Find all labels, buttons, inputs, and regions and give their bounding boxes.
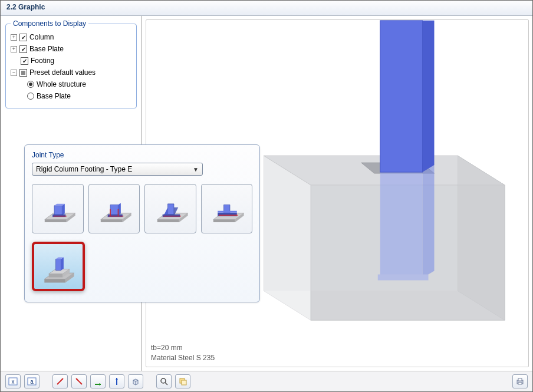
expander-icon[interactable]: + (11, 46, 17, 52)
left-panel: Components to Display + Column + Base Pl… (1, 16, 142, 371)
checkbox-column[interactable] (19, 34, 27, 41)
svg-rect-73 (518, 378, 522, 381)
main-area: Components to Display + Column + Base Pl… (1, 16, 532, 371)
svg-rect-30 (218, 211, 237, 213)
svg-rect-49 (378, 275, 429, 281)
checkbox-base-plate[interactable] (19, 45, 27, 53)
svg-marker-20 (167, 204, 173, 215)
svg-text:a: a (30, 378, 34, 385)
svg-marker-39 (61, 257, 63, 270)
svg-marker-3 (54, 206, 62, 215)
toolbar-view-y[interactable] (90, 374, 106, 388)
svg-text:x: x (12, 378, 15, 385)
svg-marker-9 (101, 220, 123, 222)
components-fieldset: Components to Display + Column + Base Pl… (5, 19, 137, 108)
tree-item-base-plate-radio: Base Plate (11, 90, 131, 102)
svg-rect-71 (182, 380, 186, 385)
joint-option-type-c[interactable] (144, 184, 196, 233)
svg-point-68 (161, 378, 166, 383)
svg-marker-38 (56, 259, 61, 270)
status-line-1: tb=20 mm (151, 343, 215, 353)
tree-item-whole-structure: Whole structure (11, 78, 131, 90)
joint-type-select[interactable]: Rigid Column Footing - Type E ▼ (32, 163, 203, 176)
svg-rect-23 (162, 215, 180, 217)
svg-marker-26 (213, 220, 235, 222)
tree-label: Base Plate (29, 45, 64, 53)
checkbox-preset[interactable] (19, 69, 27, 77)
toolbar-show-values-x[interactable]: x (5, 374, 21, 388)
toolbar-zoom-search[interactable] (156, 374, 172, 388)
joint-type-panel: Joint Type Rigid Column Footing - Type E… (24, 144, 260, 302)
svg-marker-63 (116, 378, 118, 380)
tree-label: Base Plate (37, 92, 71, 100)
tree-label: Footing (31, 57, 54, 65)
joint-type-title: Joint Type (32, 151, 252, 159)
checkbox-footing[interactable] (21, 57, 28, 65)
joint-thumbnails-row-2 (32, 242, 252, 291)
collapse-icon[interactable]: − (11, 70, 17, 76)
toolbar-print[interactable] (512, 374, 528, 388)
toolbar-view-z[interactable] (109, 374, 124, 388)
toolbar-show-values-a[interactable]: a (24, 374, 40, 388)
tree-label: Preset default values (29, 68, 96, 77)
svg-marker-18 (157, 220, 179, 222)
svg-marker-4 (62, 204, 64, 215)
tree-label: Column (29, 33, 54, 41)
chevron-down-icon: ▼ (193, 166, 199, 173)
joint-type-selected-label: Rigid Column Footing - Type E (36, 165, 132, 173)
svg-marker-33 (44, 279, 65, 282)
svg-rect-47 (380, 172, 423, 278)
joint-thumbnails-row-1 (32, 184, 252, 233)
tree-item-base-plate: + Base Plate (11, 43, 131, 55)
svg-marker-43 (458, 156, 505, 320)
viewport-status-text: tb=20 mm Material Steel S 235 (151, 343, 215, 363)
tree-item-preset: − Preset default values (11, 67, 131, 78)
svg-rect-6 (52, 215, 65, 217)
radio-base-plate[interactable] (27, 93, 34, 100)
radio-whole-structure[interactable] (27, 81, 34, 88)
toolbar-isometric[interactable] (128, 374, 143, 388)
tree-item-footing: Footing (11, 55, 131, 67)
window-title: 2.2 Graphic (1, 1, 532, 16)
expander-icon[interactable]: + (11, 34, 17, 41)
components-legend: Components to Display (11, 19, 88, 28)
toolbar-view-neg-x[interactable] (71, 374, 87, 388)
toolbar-copy-graphic[interactable] (175, 374, 190, 388)
svg-marker-36 (49, 274, 63, 278)
svg-marker-51 (423, 21, 435, 172)
status-line-2: Material Steel S 235 (151, 353, 215, 363)
svg-marker-11 (110, 205, 118, 215)
svg-marker-48 (423, 165, 435, 278)
svg-marker-45 (264, 156, 311, 320)
joint-option-type-a[interactable] (32, 184, 84, 233)
joint-option-type-d[interactable] (201, 184, 253, 233)
svg-line-69 (165, 383, 167, 385)
joint-option-type-b[interactable] (88, 184, 140, 233)
toolbar-view-x[interactable] (52, 374, 68, 388)
svg-rect-50 (380, 21, 423, 172)
tree-item-column: + Column (11, 31, 131, 43)
bottom-toolbar: x a (1, 371, 532, 391)
tree-label: Whole structure (37, 80, 86, 88)
svg-marker-1 (45, 220, 67, 222)
svg-rect-74 (518, 383, 522, 384)
joint-option-type-e[interactable] (32, 242, 85, 291)
svg-marker-61 (99, 383, 101, 386)
